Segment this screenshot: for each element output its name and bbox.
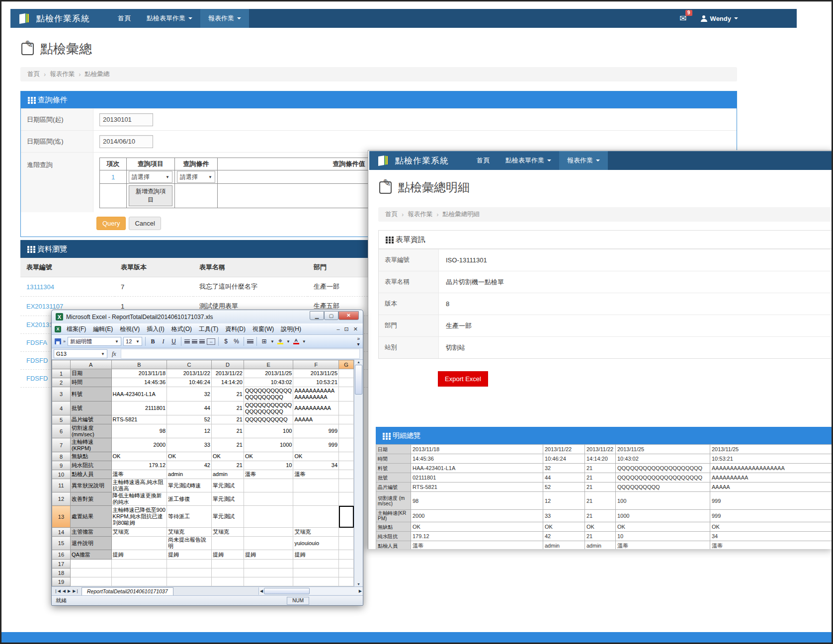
excel-row-header[interactable]: 9 [52,461,71,470]
excel-cell[interactable]: 21 [211,424,244,438]
excel-menu-item[interactable]: 檢視(V) [116,324,143,334]
excel-cell[interactable]: 主軸轉速過高,純水阻抗過高 [111,479,167,492]
excel-menu-item[interactable]: 資料(D) [222,324,249,334]
excel-label-cell[interactable] [70,577,111,586]
nav-form-menu[interactable]: 點檢表單作業 [139,9,200,28]
excel-cell[interactable] [293,560,339,568]
excel-cell[interactable]: 42 [167,461,212,470]
excel-cell[interactable] [244,568,293,577]
excel-cell[interactable] [339,452,354,461]
date-to-input[interactable] [99,135,153,148]
cancel-button[interactable]: Cancel [129,217,161,230]
excel-col-header[interactable]: G [339,360,354,369]
excel-cell[interactable]: 溫蒂 [293,470,339,479]
excel-cell[interactable]: 1000 [244,438,293,452]
breadcrumb-home[interactable]: 首頁 [27,70,40,79]
toolbar-overflow-icon[interactable]: »▾ [357,336,360,347]
excel-row-header[interactable]: 6 [52,424,71,438]
excel-menu-item[interactable]: 格式(O) [168,324,195,334]
toolbar-overflow-icon[interactable]: » [63,339,66,344]
underline-button[interactable]: U [169,338,178,345]
export-excel-button[interactable]: Export Excel [438,371,488,387]
query-button[interactable]: Query [96,217,126,230]
excel-cell[interactable] [339,537,354,550]
excel-cell[interactable] [339,387,354,402]
excel-menu-item[interactable]: 視窗(W) [249,324,277,334]
excel-titlebar[interactable]: X Microsoft Excel - ReportTotalDetail201… [52,310,363,323]
excel-cell[interactable]: 2013/11/25 [293,369,339,378]
excel-menu-item[interactable]: 插入(I) [143,324,167,334]
excel-label-cell[interactable]: 異常狀況說明 [70,479,111,492]
excel-cell[interactable] [167,568,212,577]
excel-cell[interactable]: 179.12 [111,461,167,470]
excel-cell[interactable]: RTS-5821 [111,415,167,424]
excel-cell[interactable]: 2013/11/22 [211,369,244,378]
excel-cell[interactable]: 提姆 [111,550,167,560]
excel-cell[interactable] [339,479,354,492]
fill-color-icon[interactable]: ◆ [276,338,284,344]
excel-cell[interactable]: 2013/11/25 [244,369,293,378]
excel-label-cell[interactable]: 處置結果 [70,506,111,528]
excel-cell[interactable]: 艾瑞克 [293,528,339,537]
excel-cell[interactable]: OK [244,452,293,461]
excel-row-header[interactable]: 7 [52,438,71,452]
breadcrumb-report[interactable]: 報表作業 [408,210,432,219]
user-menu[interactable]: Wendy [701,15,738,22]
excel-cell[interactable]: 艾瑞克 [211,528,244,537]
excel-cell[interactable] [339,550,354,560]
excel-col-header[interactable]: A [70,360,111,369]
close-button[interactable]: ✕ [338,311,359,320]
excel-cell[interactable]: 999 [293,424,339,438]
excel-label-cell[interactable]: 主管擔當 [70,528,111,537]
excel-cell[interactable] [244,506,293,528]
font-color-icon[interactable]: A [292,338,300,344]
close-doc-button[interactable]: ✕ [353,326,358,332]
breadcrumb-home[interactable]: 首頁 [385,210,398,219]
excel-cell[interactable]: 提姆 [244,550,293,560]
excel-menu-item[interactable]: 編輯(E) [89,324,116,334]
excel-cell[interactable]: yuiouiouio [293,537,339,550]
excel-cell[interactable]: OK [111,452,167,461]
excel-cell[interactable]: AAAAAAAAAA [293,402,339,415]
excel-col-header[interactable]: C [167,360,212,369]
excel-cell[interactable]: 單元測試 [211,492,244,506]
minimize-doc-button[interactable]: – [336,326,339,332]
excel-label-cell[interactable]: QA擔當 [70,550,111,560]
excel-cell[interactable] [111,537,167,550]
excel-row-header[interactable]: 16 [52,550,71,560]
horizontal-scrollbar[interactable]: ◀▶ [258,587,363,595]
excel-cell[interactable]: 34 [293,461,339,470]
excel-cell[interactable]: 21 [211,415,244,424]
excel-cell[interactable]: 10 [244,461,293,470]
excel-label-cell[interactable]: 晶片編號 [70,415,111,424]
excel-cell[interactable]: 44 [167,402,212,415]
excel-cell[interactable]: QQQQQQQQQQQQQQQQQQQQ [244,387,293,402]
excel-cell[interactable]: QQQQQQQQQQQQQQQQQQQQ [244,402,293,415]
excel-row-header[interactable]: 2 [52,378,71,387]
vertical-scrollbar[interactable]: ▲▼ [354,360,363,586]
excel-cell[interactable] [339,560,354,568]
excel-cell[interactable]: admin [167,470,212,479]
excel-cell[interactable]: 100 [244,424,293,438]
form-link[interactable]: 13111304 [20,277,115,297]
excel-cell[interactable]: 提姆 [293,550,339,560]
excel-label-cell[interactable]: 點檢人員 [70,470,111,479]
excel-cell[interactable] [293,577,339,586]
excel-cell[interactable]: 33 [167,438,212,452]
excel-row-header[interactable]: 4 [52,402,71,415]
excel-cell[interactable] [293,492,339,506]
excel-cell[interactable] [211,577,244,586]
excel-label-cell[interactable]: 改善對策 [70,492,111,506]
excel-cell[interactable]: 10:43:02 [244,378,293,387]
excel-cell[interactable] [339,415,354,424]
maximize-button[interactable]: ▢ [324,311,338,320]
excel-cell[interactable] [339,402,354,415]
excel-cell[interactable]: 等待派工 [167,506,212,528]
excel-cell[interactable]: AAAAA [293,415,339,424]
excel-cell[interactable]: 提姆 [211,550,244,560]
align-right-icon[interactable] [199,339,205,344]
nav-form-menu[interactable]: 點檢表單作業 [498,151,559,170]
excel-cell[interactable] [293,479,339,492]
excel-cell[interactable] [244,492,293,506]
excel-cell[interactable]: 21 [211,461,244,470]
